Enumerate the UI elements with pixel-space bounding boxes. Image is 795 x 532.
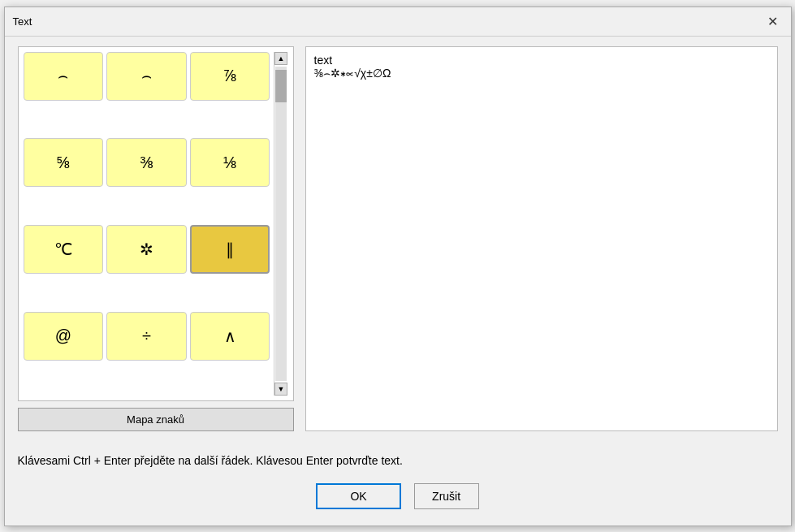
char-map-button[interactable]: Mapa znaků — [18, 408, 294, 431]
close-button[interactable]: ✕ — [763, 11, 783, 31]
scrollbar: ▲ ▼ — [274, 52, 288, 396]
right-panel — [305, 46, 778, 431]
scroll-down-button[interactable]: ▼ — [274, 383, 287, 396]
text-dialog: Text ✕ ⌢⌢⅞⅝⅜⅛℃✲∥@÷∧ ▲ ▼ Mapa znaků — [4, 6, 792, 526]
scrollbar-track[interactable] — [275, 67, 287, 381]
dialog-footer: OK Zrušit — [5, 474, 791, 526]
symbol-cell-at[interactable]: @ — [24, 312, 104, 361]
hint-text: Klávesami Ctrl + Enter přejděte na další… — [5, 441, 791, 474]
scrollbar-thumb[interactable] — [275, 70, 287, 102]
symbol-grid-container: ⌢⌢⅞⅝⅜⅛℃✲∥@÷∧ ▲ ▼ — [18, 46, 294, 401]
symbol-cell-arc[interactable]: ⌢ — [24, 52, 104, 101]
symbol-cell-arc2[interactable]: ⌢ — [106, 52, 187, 101]
symbol-cell-five-eighths[interactable]: ⅝ — [24, 138, 104, 187]
symbol-cell-wedge[interactable]: ∧ — [190, 312, 270, 361]
symbol-cell-one-eighth[interactable]: ⅛ — [190, 138, 270, 187]
symbol-cell-division[interactable]: ÷ — [106, 312, 187, 361]
symbol-cell-celsius[interactable]: ℃ — [24, 225, 104, 274]
symbol-cell-seven-eighths[interactable]: ⅞ — [190, 52, 270, 101]
cancel-button[interactable]: Zrušit — [414, 483, 479, 509]
symbol-cell-asterisk[interactable]: ✲ — [106, 225, 187, 274]
text-input[interactable] — [305, 46, 778, 431]
left-panel: ⌢⌢⅞⅝⅜⅛℃✲∥@÷∧ ▲ ▼ Mapa znaků — [18, 46, 294, 431]
dialog-title: Text — [13, 15, 32, 28]
ok-button[interactable]: OK — [316, 483, 400, 509]
dialog-body: ⌢⌢⅞⅝⅜⅛℃✲∥@÷∧ ▲ ▼ Mapa znaků — [5, 37, 791, 441]
scroll-up-button[interactable]: ▲ — [274, 52, 287, 65]
symbol-grid: ⌢⌢⅞⅝⅜⅛℃✲∥@÷∧ — [24, 52, 270, 396]
symbol-cell-three-eighths[interactable]: ⅜ — [106, 138, 187, 187]
symbol-cell-parallel[interactable]: ∥ — [190, 225, 270, 274]
title-bar: Text ✕ — [5, 7, 791, 37]
